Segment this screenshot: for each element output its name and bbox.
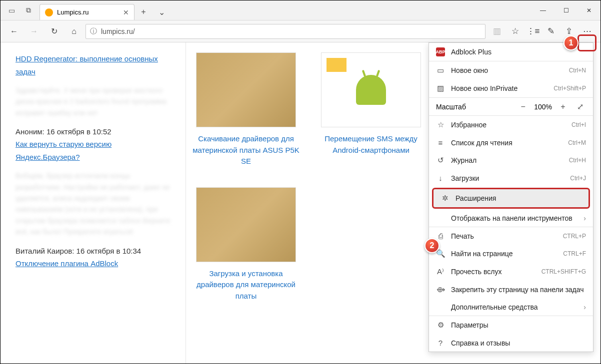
menu-label: Отображать на панели инструментов [451,214,578,222]
menu-label: Печать [451,232,557,240]
reading-list-icon: ≡ [436,138,445,147]
notes-icon[interactable]: ✎ [542,23,560,40]
menu-label: Закрепить эту страницу на панели задач [451,286,586,294]
close-window-button[interactable]: ✕ [578,0,600,20]
new-tab-button[interactable]: + [134,4,152,20]
menu-label: Загрузки [451,174,564,182]
menu-item-reading-list[interactable]: ≡ Список для чтения Ctrl+M [429,134,593,151]
menu-shortcut: Ctrl+H [569,157,586,164]
card-title: Скачивание драйверов для материнской пла… [191,133,301,167]
menu-item-settings[interactable]: ⚙ Параметры [429,316,593,334]
zoom-out-button[interactable]: − [517,102,529,111]
sidebar: HDD Regenerator: выполнение основных зад… [0,42,186,364]
site-info-icon[interactable]: ⓘ [90,27,97,36]
menu-label: Параметры [451,321,586,329]
menu-label: Расширения [456,194,582,202]
menu-shortcut: Ctrl+Shift+P [554,85,586,92]
minimize-button[interactable]: — [532,0,554,20]
menu-item-zoom: Масштаб − 100% + ⤢ [429,98,593,115]
menu-label: Найти на странице [451,250,557,258]
annotation-badge-1: 1 [564,35,578,50]
menu-shortcut: CTRL+P [563,233,586,240]
maximize-button[interactable]: ☐ [554,0,578,20]
menu-item-print[interactable]: ⎙ Печать CTRL+P [429,227,593,245]
menu-label: Дополнительные средства [451,303,578,311]
blurred-text: Здравствуйте. У меня при проверке жестко… [16,85,170,118]
inprivate-icon: ▨ [436,84,445,93]
menu-item-find[interactable]: 🔍 Найти на странице CTRL+F [429,245,593,263]
more-menu: ABP Adblock Plus ▭ Новое окно Ctrl+N ▨ Н… [428,42,594,352]
article-card[interactable]: Скачивание драйверов для материнской пла… [191,52,301,167]
menu-shortcut: Ctrl+N [569,67,586,74]
menu-label: Новое окно [451,66,563,74]
sidebar-link[interactable]: Как вернуть старую версию Яндекс.Браузер… [16,138,170,163]
menu-shortcut: CTRL+F [563,250,586,257]
titlebar: ▭ ⧉ Lumpics.ru ✕ + ⌄ — ☐ ✕ [0,0,600,20]
fullscreen-button[interactable]: ⤢ [574,102,586,111]
card-title: Загрузка и установка драйверов для матер… [191,268,301,302]
menu-label: Масштаб [436,103,512,111]
back-button[interactable]: ← [6,23,22,40]
menu-label: Журнал [451,156,563,164]
sidebar-link[interactable]: HDD Regenerator: выполнение основных зад… [16,52,170,78]
abp-icon: ABP [436,47,445,56]
comment-author: Виталий Каиров: 16 октября в 10:34 [16,247,170,255]
zoom-value: 100% [534,103,552,111]
article-card[interactable]: Перемещение SMS между Android-смартфонам… [316,52,426,167]
favorites-hub-icon[interactable]: ⋮≡ [524,23,542,40]
chevron-right-icon: › [584,214,586,222]
menu-item-favorites[interactable]: ☆ Избранное Ctrl+I [429,116,593,134]
tab-preview-icon[interactable]: ▭ [4,2,20,18]
menu-label: Избранное [451,121,566,129]
menu-item-read-aloud[interactable]: A⁾ Прочесть вслух CTRL+SHIFT+G [429,263,593,281]
menu-item-new-window[interactable]: ▭ Новое окно Ctrl+N [429,61,593,79]
menu-item-more-tools[interactable]: Дополнительные средства › [429,299,593,316]
extensions-icon: ✲ [440,194,450,203]
thumbnail-motherboard [196,52,296,127]
tab-title: Lumpics.ru [57,8,89,16]
menu-item-inprivate[interactable]: ▨ Новое окно InPrivate Ctrl+Shift+P [429,79,593,97]
menu-item-show-toolbar[interactable]: Отображать на панели инструментов › [429,210,593,227]
menu-label: Список для чтения [451,139,562,147]
url-text: lumpics.ru/ [101,27,135,35]
menu-label: Справка и отзывы [451,339,586,347]
print-icon: ⎙ [436,232,445,240]
comment-author: Аноним: 16 октября в 10:52 [16,127,170,136]
menu-shortcut: CTRL+SHIFT+G [542,268,586,275]
tab-dropdown-icon[interactable]: ⌄ [152,4,170,20]
menu-shortcut: Ctrl+M [568,139,586,146]
menu-label: Прочесть вслух [451,268,536,276]
menu-shortcut: Ctrl+I [572,121,586,128]
star-icon: ☆ [436,120,445,129]
menu-item-downloads[interactable]: ↓ Загрузки Ctrl+J [429,169,593,187]
sidebar-link[interactable]: Отключение плагина AdBlock [16,257,170,270]
thumbnail-android-sms [321,52,421,127]
chevron-right-icon: › [584,303,586,311]
set-aside-tabs-icon[interactable]: ⧉ [20,2,36,18]
annotation-highlight [578,34,596,51]
favorite-star-icon[interactable]: ☆ [506,23,524,40]
card-title: Перемещение SMS между Android-смартфонам… [316,133,426,156]
favicon-icon [45,8,53,16]
addressbar: ← → ↻ ⌂ ⓘ lumpics.ru/ ▥ ☆ ⋮≡ ✎ ⇪ ⋯ [0,20,600,42]
menu-label: Новое окно InPrivate [451,84,548,92]
thumbnail-motherboard [196,187,296,262]
menu-item-help[interactable]: ? Справка и отзывы [429,334,593,352]
menu-label: Adblock Plus [451,48,586,56]
menu-item-extensions[interactable]: ✲ Расширения [432,188,590,209]
help-icon: ? [436,339,445,347]
url-input[interactable]: ⓘ lumpics.ru/ [86,24,486,39]
menu-item-pin[interactable]: ⟴ Закрепить эту страницу на панели задач [429,281,593,299]
refresh-button[interactable]: ↻ [46,23,62,40]
close-tab-icon[interactable]: ✕ [123,8,129,16]
browser-tab[interactable]: Lumpics.ru ✕ [40,4,134,20]
reading-view-icon[interactable]: ▥ [488,23,506,40]
forward-button[interactable]: → [26,23,42,40]
annotation-badge-2: 2 [424,238,440,253]
article-card[interactable]: Загрузка и установка драйверов для матер… [191,187,301,302]
home-button[interactable]: ⌂ [66,23,82,40]
zoom-in-button[interactable]: + [557,102,569,111]
blurred-text: Вобщем, браузер истончили концы разработ… [16,170,170,237]
menu-item-history[interactable]: ↺ Журнал Ctrl+H [429,151,593,169]
gear-icon: ⚙ [436,321,445,330]
